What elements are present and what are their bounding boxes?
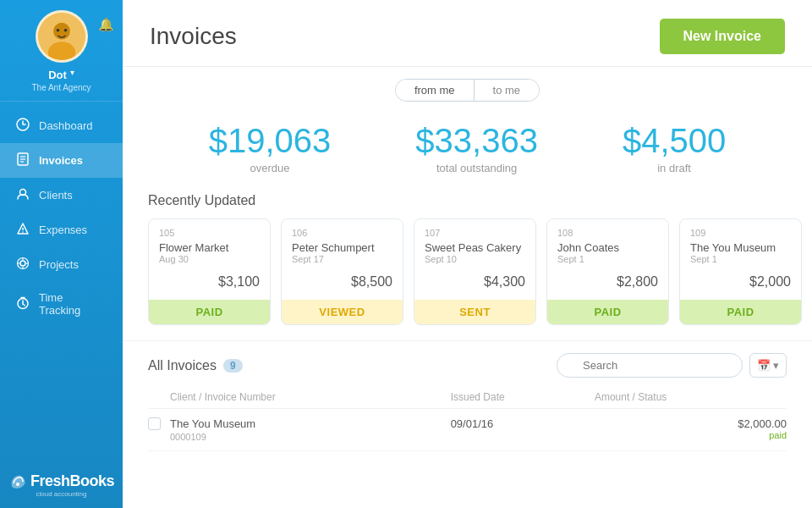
svg-point-13 [22,231,24,233]
card-number-105: 105 [159,228,260,238]
search-input[interactable] [557,353,743,378]
row-issued-date: 09/01/16 [451,409,595,451]
invoice-card-107[interactable]: 107 Sweet Peas Cakery Sept 10 $4,300 SEN… [414,218,536,325]
stat-outstanding-label: total outstanding [415,162,538,174]
card-amount-108: $2,800 [557,274,658,290]
sidebar-item-time-tracking[interactable]: Time Tracking [0,282,123,326]
card-client-106: Peter Schumpert [292,241,392,254]
sidebar: 🔔 Dot ▾ The Ant Agency [0,0,123,508]
row-amount: $2,000.00 [595,417,787,430]
row-checkbox-cell [148,409,170,451]
row-amount-cell: $2,000.00 paid [595,409,787,451]
stat-overdue: $19,063 overdue [209,122,332,174]
all-invoices-title-group: All Invoices 9 [148,358,243,373]
svg-point-3 [56,29,59,32]
tab-section: from me to me [123,67,812,107]
invoice-direction-toggle: from me to me [395,79,540,102]
stats-section: $19,063 overdue $33,363 total outstandin… [123,107,812,186]
calendar-filter-button[interactable]: 📅 ▾ [749,353,787,378]
stat-outstanding-amount: $33,363 [415,122,538,160]
search-wrapper: 🔍 [557,353,743,378]
dashboard-icon [15,118,30,134]
recently-updated-title: Recently Updated [123,186,812,218]
sidebar-item-label-invoices: Invoices [39,154,83,167]
invoice-cards-row: 105 Flower Market Aug 30 $3,100 PAID 106… [123,218,812,340]
th-client: Client / Invoice Number [170,386,451,409]
invoice-card-108[interactable]: 108 John Coates Sept 1 $2,800 PAID [546,218,669,325]
invoice-card-105[interactable]: 105 Flower Market Aug 30 $3,100 PAID [148,218,271,325]
svg-point-2 [47,41,75,63]
card-status-109: PAID [680,300,801,324]
avatar-image [38,10,85,63]
stat-outstanding: $33,363 total outstanding [415,122,538,174]
card-date-107: Sept 10 [425,254,525,264]
sidebar-item-invoices[interactable]: Invoices [0,143,123,178]
invoice-count-badge: 9 [223,359,243,373]
svg-point-4 [63,29,67,32]
svg-point-1 [53,23,70,40]
calendar-icon: 📅 [757,359,771,372]
sidebar-item-label-clients: Clients [39,189,73,202]
user-agency: The Ant Agency [31,83,91,92]
card-number-106: 106 [292,228,392,238]
logo-sub: cloud accounting [36,490,86,498]
row-client-cell: The You Museum 0000109 [170,409,451,451]
sidebar-item-expenses[interactable]: Expenses [0,213,123,247]
main-content: Invoices New Invoice from me to me $19,0… [123,0,812,508]
all-invoices-section: All Invoices 9 🔍 📅 ▾ Client / Invoice Nu… [123,340,812,451]
new-invoice-button[interactable]: New Invoice [660,19,785,54]
invoice-card-109[interactable]: 109 The You Museum Sept 1 $2,000 PAID [679,218,802,325]
main-header: Invoices New Invoice [123,0,812,67]
clients-icon [15,187,30,203]
invoice-table: Client / Invoice Number Issued Date Amou… [148,386,787,451]
sidebar-nav: Dashboard Invoices Clients Expenses Proj… [0,108,123,461]
user-chevron-icon[interactable]: ▾ [70,68,74,77]
row-client-name: The You Museum [170,417,451,430]
time-tracking-icon [15,296,30,312]
svg-point-14 [20,261,25,266]
card-client-105: Flower Market [159,241,260,254]
card-amount-109: $2,000 [690,274,791,290]
card-date-109: Sept 1 [690,254,791,264]
stat-overdue-label: overdue [209,162,332,174]
card-status-108: PAID [547,300,668,324]
projects-icon [15,257,30,273]
card-client-107: Sweet Peas Cakery [425,241,525,254]
calendar-chevron-icon: ▾ [773,359,779,372]
all-invoices-header: All Invoices 9 🔍 📅 ▾ [148,341,787,386]
card-number-108: 108 [557,228,658,238]
avatar[interactable] [36,10,88,63]
bell-icon[interactable]: 🔔 [98,17,114,32]
table-header: Client / Invoice Number Issued Date Amou… [148,386,787,409]
sidebar-logo: FreshBooks cloud accounting [8,461,114,508]
row-invoice-number: 0000109 [170,432,451,442]
card-date-108: Sept 1 [557,254,658,264]
card-date-105: Aug 30 [159,254,260,264]
sidebar-item-clients[interactable]: Clients [0,178,123,213]
row-status: paid [595,430,787,440]
row-checkbox[interactable] [148,417,161,430]
user-info-row[interactable]: Dot ▾ [48,63,74,81]
expenses-icon [15,222,30,238]
card-number-107: 107 [425,228,525,238]
card-client-108: John Coates [557,241,658,254]
tab-from-me[interactable]: from me [396,80,474,101]
invoice-card-106[interactable]: 106 Peter Schumpert Sept 17 $8,500 VIEWE… [281,218,403,325]
card-amount-105: $3,100 [159,274,260,290]
svg-line-22 [23,304,25,306]
stat-draft-label: in draft [623,162,726,174]
tab-to-me[interactable]: to me [475,80,540,101]
invoices-icon [15,152,30,168]
card-date-106: Sept 17 [292,254,392,264]
card-status-106: VIEWED [282,300,403,324]
stat-overdue-amount: $19,063 [209,122,332,160]
sidebar-item-projects[interactable]: Projects [0,247,123,282]
th-amount: Amount / Status [595,386,787,409]
sidebar-item-dashboard[interactable]: Dashboard [0,108,123,143]
sidebar-item-label-projects: Projects [39,258,79,271]
th-checkbox [148,386,170,409]
stat-draft: $4,500 in draft [623,122,726,174]
freshbooks-logo-icon [8,472,27,490]
sidebar-user-section: 🔔 Dot ▾ The Ant Agency [0,0,123,102]
card-number-109: 109 [690,228,791,238]
